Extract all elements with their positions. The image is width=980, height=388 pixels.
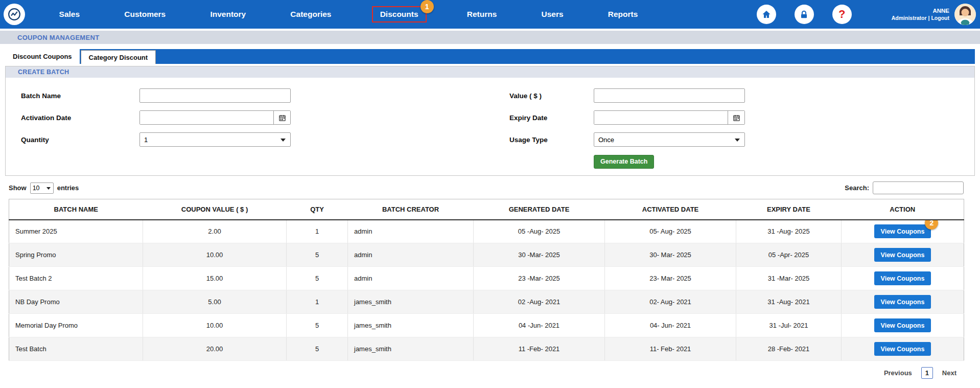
activation-date-label: Activation Date xyxy=(21,114,139,122)
page-number[interactable]: 1 xyxy=(921,367,933,379)
table-row: Test Batch 215.005admin23 -Mar- 202523- … xyxy=(9,267,964,290)
expiry-date-input[interactable] xyxy=(594,111,728,124)
action-cell: View Coupons2 xyxy=(842,220,964,243)
tab-discount-coupons[interactable]: Discount Coupons xyxy=(5,49,80,64)
view-coupons-button[interactable]: View Coupons xyxy=(874,271,931,285)
batch-creator-cell: admin xyxy=(348,243,474,267)
nav-item-inventory[interactable]: Inventory xyxy=(206,7,250,21)
batch-creator-cell: james_smith xyxy=(348,337,474,361)
column-header: BATCH CREATOR xyxy=(348,199,474,220)
nav-item-categories[interactable]: Categories xyxy=(286,7,335,21)
help-button[interactable]: ? xyxy=(832,5,852,24)
tab-bar: Discount Coupons Category Discount xyxy=(5,49,975,64)
value-label: Value ( $ ) xyxy=(509,92,594,100)
coupon-value-cell: 10.00 xyxy=(143,314,287,337)
batch-name-input[interactable] xyxy=(139,88,291,103)
table-row: Summer 20252.001admin05 -Aug- 202505- Au… xyxy=(9,220,964,243)
action-cell: View Coupons xyxy=(842,314,964,337)
next-button[interactable]: Next xyxy=(942,369,956,377)
generate-batch-button[interactable]: Generate Batch xyxy=(594,155,654,169)
view-coupons-button[interactable]: View Coupons xyxy=(874,342,931,356)
action-cell: View Coupons xyxy=(842,267,964,290)
app-logo[interactable] xyxy=(4,4,25,25)
nav-item-label: Sales xyxy=(59,10,80,18)
nav-right: ? ANNE Administrator | Logout xyxy=(738,0,976,29)
coupon-value-cell: 10.00 xyxy=(143,243,287,267)
coupon-table: BATCH NAMECOUPON VALUE ( $ )QTYBATCH CRE… xyxy=(9,199,964,361)
generated-date-cell: 05 -Aug- 2025 xyxy=(474,220,605,243)
coupon-value-cell: 2.00 xyxy=(143,220,287,243)
coupon-list-section: Show 10 entries Search: BATCH NAMECOUPON… xyxy=(9,181,964,379)
value-input[interactable] xyxy=(594,88,745,103)
breadcrumb-label: COUPON MANAGEMENT xyxy=(17,34,99,41)
column-header: BATCH NAME xyxy=(9,199,143,220)
activation-date-input[interactable] xyxy=(140,111,273,124)
nav-item-label: Reports xyxy=(608,10,638,18)
entries-select[interactable]: 10 xyxy=(30,182,54,194)
nav-item-customers[interactable]: Customers xyxy=(120,7,170,21)
previous-button[interactable]: Previous xyxy=(884,369,912,377)
create-batch-header: CREATE BATCH xyxy=(6,66,974,78)
activation-date-field xyxy=(139,110,291,125)
generated-date-cell: 23 -Mar- 2025 xyxy=(474,267,605,290)
batch-name-cell: NB Day Promo xyxy=(9,290,143,314)
table-row: NB Day Promo5.001james_smith02 -Aug- 202… xyxy=(9,290,964,314)
action-cell: View Coupons xyxy=(842,337,964,361)
avatar[interactable] xyxy=(954,4,976,25)
batch-creator-cell: admin xyxy=(348,267,474,290)
table-header-row: BATCH NAMECOUPON VALUE ( $ )QTYBATCH CRE… xyxy=(9,199,964,220)
table-body: Summer 20252.001admin05 -Aug- 202505- Au… xyxy=(9,220,964,361)
usage-type-label: Usage Type xyxy=(509,136,594,144)
coupon-value-cell: 15.00 xyxy=(143,267,287,290)
breadcrumb: COUPON MANAGEMENT xyxy=(0,31,980,44)
batch-name-label: Batch Name xyxy=(21,92,139,100)
entries-select-wrap: 10 xyxy=(30,182,54,194)
activated-date-cell: 11- Feb- 2021 xyxy=(605,337,736,361)
nav-item-label: Returns xyxy=(467,10,497,18)
batch-creator-cell: admin xyxy=(348,220,474,243)
lock-icon xyxy=(799,10,809,19)
search-input[interactable] xyxy=(873,181,964,194)
tab-category-discount[interactable]: Category Discount xyxy=(81,50,156,64)
qty-cell: 5 xyxy=(287,337,348,361)
nav-item-reports[interactable]: Reports xyxy=(604,7,642,21)
view-coupons-button[interactable]: View Coupons xyxy=(874,248,931,262)
nav-item-label: Inventory xyxy=(210,10,246,18)
column-header: ACTIVATED DATE xyxy=(605,199,736,220)
generated-date-cell: 30 -Mar- 2025 xyxy=(474,243,605,267)
logo-icon xyxy=(8,8,21,21)
lock-button[interactable] xyxy=(795,5,814,24)
usage-type-select[interactable]: Once xyxy=(594,132,745,147)
view-coupons-button[interactable]: View Coupons xyxy=(874,224,931,238)
generated-date-cell: 02 -Aug- 2021 xyxy=(474,290,605,314)
annotation-badge: 1 xyxy=(421,0,434,13)
nav-item-sales[interactable]: Sales xyxy=(55,7,84,21)
nav-item-label: Users xyxy=(542,10,564,18)
batch-name-cell: Memorial Day Promo xyxy=(9,314,143,337)
logout-link[interactable]: Logout xyxy=(931,15,949,21)
nav-item-users[interactable]: Users xyxy=(538,7,568,21)
calendar-icon xyxy=(733,114,740,122)
top-nav: SalesCustomersInventoryCategoriesDiscoun… xyxy=(0,0,980,29)
activation-date-calendar-button[interactable] xyxy=(273,111,290,124)
calendar-icon xyxy=(278,114,286,122)
expiry-date-cell: 05 -Apr- 2025 xyxy=(736,243,842,267)
column-header: EXPIRY DATE xyxy=(736,199,842,220)
action-cell: View Coupons xyxy=(842,243,964,267)
view-coupons-button[interactable]: View Coupons xyxy=(874,318,931,332)
nav-item-discounts[interactable]: Discounts1 xyxy=(372,6,427,22)
home-button[interactable] xyxy=(757,5,776,24)
nav-item-returns[interactable]: Returns xyxy=(463,7,501,21)
expiry-date-calendar-button[interactable] xyxy=(728,111,744,124)
batch-name-cell: Summer 2025 xyxy=(9,220,143,243)
coupon-value-cell: 20.00 xyxy=(143,337,287,361)
create-batch-form: Batch Name Value ( $ ) Activation Date xyxy=(6,78,974,175)
quantity-select[interactable]: 1 xyxy=(139,132,291,147)
view-coupons-button[interactable]: View Coupons xyxy=(874,295,931,309)
pagination: Previous 1 Next xyxy=(9,367,964,379)
expiry-date-field xyxy=(594,110,745,125)
column-header: COUPON VALUE ( $ ) xyxy=(143,199,287,220)
question-mark-icon: ? xyxy=(838,9,845,20)
list-controls: Show 10 entries Search: xyxy=(9,181,964,194)
user-name: ANNE xyxy=(892,7,949,15)
